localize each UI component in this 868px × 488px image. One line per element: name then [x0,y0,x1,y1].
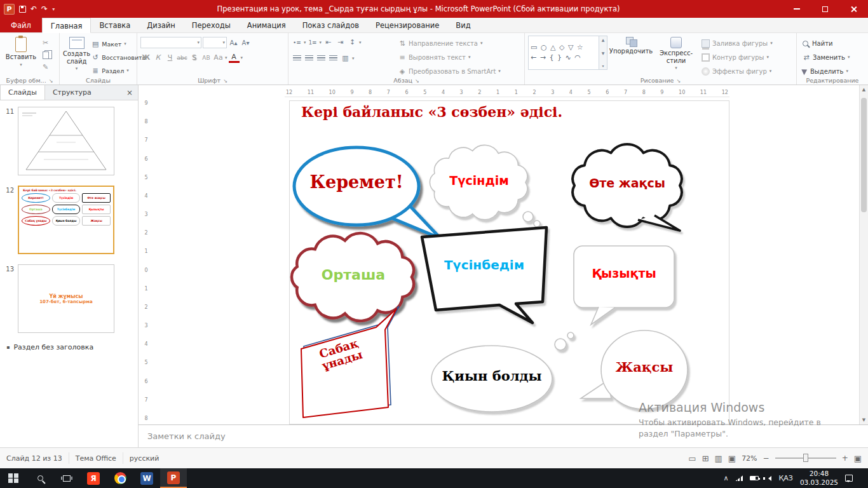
bullets-button[interactable]: •≡ [292,37,302,48]
redo-icon[interactable]: ↷ [41,4,48,13]
slide-sorter-view-button[interactable]: ⊞ [702,454,709,463]
save-icon[interactable] [19,6,26,13]
dialog-launcher-icon[interactable]: ↘ [49,78,53,84]
bubble-label-tusinbedim[interactable]: Түсінбедім [433,259,535,272]
volume-icon[interactable] [766,476,771,481]
taskbar-clock[interactable]: 20:48 03.03.2025 [800,470,838,486]
arrange-button[interactable]: Упорядочить [611,36,651,55]
shape-outline-button[interactable]: Контур фигуры▾ [702,51,773,63]
taskbar-search-button[interactable] [27,468,53,488]
bubble-label-tusindim[interactable]: Түсіндім [435,175,524,187]
yandex-browser-button[interactable]: Я [80,468,107,488]
tab-slideshow[interactable]: Показ слайдов [294,18,367,32]
copy-button[interactable] [40,50,51,60]
align-text-button[interactable]: ≡Выровнять текст▾ [398,51,501,63]
theme-name[interactable]: Тема Office [69,452,123,464]
slideshow-view-button[interactable]: ▣ [728,454,736,463]
start-button[interactable] [0,468,27,488]
change-case-button[interactable]: Аа [213,52,224,63]
shape-effects-button[interactable]: Эффекты фигур▾ [702,65,773,77]
align-left-button[interactable] [292,53,302,64]
zoom-out-button[interactable]: − [763,454,770,463]
tab-home[interactable]: Главная [42,18,92,33]
action-center-button[interactable] [845,475,853,482]
bubble-shape-tusindim[interactable] [430,145,546,231]
align-center-button[interactable] [304,53,315,64]
justify-button[interactable] [328,53,339,64]
grow-font-button[interactable]: А▴ [228,37,239,48]
vertical-scrollbar[interactable]: ▲ ▼ « » [859,85,868,447]
scroll-up-icon[interactable]: ▲ [862,85,865,94]
notes-pane[interactable]: Заметки к слайду [139,424,868,447]
text-shadow-button[interactable]: S [189,52,200,63]
panel-tab-outline[interactable]: Структура [45,85,99,100]
numbering-button[interactable]: 1≡ [308,37,318,48]
network-icon[interactable] [735,475,743,481]
bubble-label-kyzykty[interactable]: Қызықты [576,268,672,280]
close-button[interactable] [839,0,868,18]
increase-indent-button[interactable]: ⇥ [335,37,346,48]
tab-animations[interactable]: Анимация [239,18,294,32]
font-name-combo[interactable]: ▾ [140,37,201,48]
convert-to-smartart-button[interactable]: ◈Преобразовать в SmartArt▾ [398,65,501,77]
scrollbar-thumb[interactable] [861,98,867,212]
bubble-label-ote-zhaksy[interactable]: Өте жақсы [577,177,677,190]
tab-design[interactable]: Дизайн [139,18,184,32]
powerpoint-button[interactable]: P [160,468,187,488]
bold-button[interactable]: Ж [140,52,151,63]
format-painter-button[interactable]: ✎ [40,62,51,72]
slide-thumbnail-11[interactable]: 11 [0,107,138,175]
tab-insert[interactable]: Вставка [91,18,139,32]
paste-button[interactable]: Вставить ▾ [3,36,39,67]
bubble-label-ortasha[interactable]: Орташа [302,268,404,282]
gallery-up-icon[interactable]: ▲ [602,37,605,42]
line-spacing-button[interactable]: ↕ [347,37,358,48]
columns-button[interactable]: ▥ [340,53,351,64]
slide-canvas[interactable]: Кері байланыс «3 сөзбен» әдісі. [289,100,729,424]
bubble-shape-kyzykty[interactable] [574,246,674,325]
section-header[interactable]: ▪ Раздел без заголовка [0,343,138,351]
vertical-ruler[interactable]: 987654321012345678 [141,100,151,421]
shrink-font-button[interactable]: А▾ [240,37,251,48]
scrollbar-track[interactable] [860,94,868,416]
bubble-label-zhaksy[interactable]: Жақсы [602,360,686,374]
strikethrough-button[interactable]: abc [177,52,187,63]
underline-button[interactable]: Ч [165,52,175,63]
find-button[interactable]: Найти [803,37,865,49]
decrease-indent-button[interactable]: ⇤ [323,37,334,48]
minimize-button[interactable] [782,0,811,18]
bubble-shape-tusinbedim[interactable] [422,227,546,323]
text-direction-button[interactable]: ⇅Направление текста▾ [398,37,501,49]
battery-icon[interactable] [750,476,759,480]
normal-view-button[interactable]: ▭ [688,454,696,463]
gallery-down-icon[interactable]: ▼ [602,51,605,55]
zoom-in-button[interactable]: + [842,454,848,463]
reading-view-button[interactable]: ▥ [715,454,722,463]
font-color-button[interactable]: А [229,52,240,63]
tab-view[interactable]: Вид [447,18,478,32]
zoom-level[interactable]: 72% [742,454,757,463]
gallery-more-icon[interactable]: ▾ [602,64,604,68]
undo-icon[interactable]: ↶ [31,4,37,13]
select-button[interactable]: Выделить▾ [803,65,865,77]
slide-thumbnail-13[interactable]: 13 Үй жұмысы 107-бет, 6-тапсырма [0,264,138,333]
bubble-shape-keremet[interactable] [294,147,440,238]
powerpoint-app-icon[interactable]: P [4,4,15,15]
fit-to-window-button[interactable]: ▣ [854,454,862,463]
horizontal-ruler[interactable]: 121110987654321123456789101112 [285,88,729,97]
quick-styles-button[interactable]: Экспресс-стили ▾ [654,36,698,71]
tab-review[interactable]: Рецензирование [367,18,447,32]
zoom-slider-thumb[interactable] [803,454,808,462]
scroll-down-icon[interactable]: ▼ [862,416,865,424]
maximize-button[interactable] [811,0,839,18]
task-view-button[interactable] [53,468,80,488]
bubble-label-kyiyn-boldy[interactable]: Қиын болды [432,369,552,383]
slide-thumbnail-12[interactable]: 12 Кері байланыс «3 сөзбен» әдісі. Керем… [0,186,138,254]
italic-button[interactable]: К [153,52,163,63]
tab-file[interactable]: Файл [0,18,42,32]
chrome-button[interactable] [107,468,133,488]
align-right-button[interactable] [316,53,327,64]
bubble-label-keremet[interactable]: Керемет! [295,173,418,191]
character-spacing-button[interactable]: АВ [201,52,212,63]
panel-close-icon[interactable]: × [121,85,138,100]
